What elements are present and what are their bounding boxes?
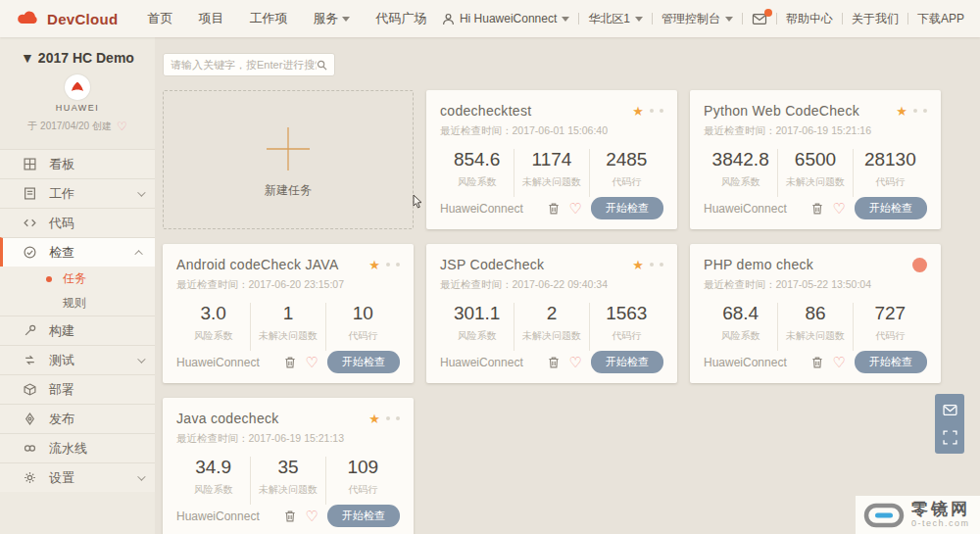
sidebar-item-deploy[interactable]: 部署 xyxy=(0,374,155,404)
favorite-heart-icon[interactable]: ♡ xyxy=(306,355,318,369)
search-icon[interactable] xyxy=(317,60,327,71)
dot-icon xyxy=(386,416,390,420)
sidebar-item-code[interactable]: 代码 xyxy=(0,208,155,237)
sidebar-item-build[interactable]: 构建 xyxy=(0,316,155,345)
task-title[interactable]: Android codeCheck JAVA xyxy=(176,257,339,272)
task-title[interactable]: PHP demo check xyxy=(704,257,813,272)
brand-name: DevCloud xyxy=(47,11,118,27)
search-input[interactable] xyxy=(171,59,317,71)
project-selector[interactable]: ▼ 2017 HC Demo xyxy=(14,49,141,67)
favorite-heart-icon[interactable]: ♡ xyxy=(117,120,127,133)
sidebar-item-check[interactable]: 检查 xyxy=(0,237,155,267)
devcloud-logo[interactable]: DevCloud xyxy=(16,10,118,27)
sidebar-item-test[interactable]: 测试 xyxy=(0,345,155,374)
project-header: ▼ 2017 HC Demo HUAWEI 于 2017/04/20 创建 ♡ xyxy=(0,37,155,141)
divider xyxy=(842,13,843,24)
start-check-button[interactable]: 开始检查 xyxy=(591,197,663,219)
search-box xyxy=(163,53,335,76)
watermark: 零镜网 0-tech.com xyxy=(856,496,980,534)
favorite-heart-icon[interactable]: ♡ xyxy=(569,201,582,216)
sidebar-item-kanban[interactable]: 看板 xyxy=(0,149,155,178)
task-card[interactable]: PHP demo check 最近检查时间：2017-05-22 13:50:0… xyxy=(690,244,941,383)
release-icon xyxy=(24,413,36,425)
start-check-button[interactable]: 开始检查 xyxy=(591,351,663,373)
dot-icon xyxy=(650,109,654,113)
nav-code-plaza[interactable]: 代码广场 xyxy=(375,10,426,27)
project-name: 2017 HC Demo xyxy=(38,50,134,66)
sidebar-subitem-tasks[interactable]: 任务 xyxy=(0,267,155,291)
fullscreen-icon[interactable] xyxy=(943,430,957,445)
star-icon[interactable]: ★ xyxy=(368,259,380,271)
favorite-heart-icon[interactable]: ♡ xyxy=(569,355,582,369)
delete-icon[interactable] xyxy=(283,356,297,369)
delete-icon[interactable] xyxy=(283,510,297,523)
nav-projects[interactable]: 项目 xyxy=(198,10,223,27)
sidebar-item-settings[interactable]: 设置 xyxy=(0,462,155,492)
console-menu[interactable]: 管理控制台 xyxy=(662,11,733,27)
star-icon[interactable]: ★ xyxy=(632,105,644,118)
task-card[interactable]: Java codecheck ★ 最近检查时间：2017-06-19 15:21… xyxy=(163,398,414,534)
delete-icon[interactable] xyxy=(547,356,561,369)
work-icon xyxy=(24,187,36,200)
sidebar-item-pipeline[interactable]: 流水线 xyxy=(0,433,155,462)
floating-toolbar xyxy=(935,394,964,454)
task-card[interactable]: Android codeCheck JAVA ★ 最近检查时间：2017-06-… xyxy=(163,244,414,383)
sidebar-item-release[interactable]: 发布 xyxy=(0,404,155,433)
watermark-domain: 0-tech.com xyxy=(911,519,970,529)
start-check-button[interactable]: 开始检查 xyxy=(327,505,400,527)
gear-icon xyxy=(24,471,36,484)
nav-services[interactable]: 服务 xyxy=(313,10,350,27)
favorite-heart-icon[interactable]: ♡ xyxy=(833,355,846,369)
chevron-down-icon xyxy=(137,188,145,196)
favorite-heart-icon[interactable]: ♡ xyxy=(833,201,846,216)
nav-home[interactable]: 首页 xyxy=(147,10,172,27)
start-check-button[interactable]: 开始检查 xyxy=(855,197,927,219)
check-icon xyxy=(24,246,36,259)
task-owner: HuaweiConnect xyxy=(176,510,260,523)
delete-icon[interactable] xyxy=(810,356,824,369)
divider xyxy=(578,13,579,24)
help-link[interactable]: 帮助中心 xyxy=(786,11,833,27)
task-card[interactable]: Python Web CodeCheck ★ 最近检查时间：2017-06-19… xyxy=(690,90,941,229)
messages-button[interactable] xyxy=(752,13,767,25)
task-title[interactable]: Java codecheck xyxy=(176,411,279,426)
task-title[interactable]: JSP CodeCheck xyxy=(440,257,544,272)
feedback-mail-icon[interactable] xyxy=(943,403,957,417)
task-title[interactable]: Python Web CodeCheck xyxy=(704,103,859,119)
star-icon[interactable]: ★ xyxy=(896,105,907,118)
divider xyxy=(742,13,743,24)
watermark-name: 零镜网 xyxy=(911,501,970,519)
loc-value: 727 xyxy=(854,303,927,324)
task-title[interactable]: codechecktest xyxy=(440,103,531,119)
user-menu[interactable]: Hi HuaweiConnect xyxy=(442,12,569,25)
about-link[interactable]: 关于我们 xyxy=(852,11,899,27)
risk-value: 3842.8 xyxy=(704,149,777,170)
sidebar: ▼ 2017 HC Demo HUAWEI 于 2017/04/20 创建 ♡ … xyxy=(0,37,155,534)
star-icon[interactable]: ★ xyxy=(632,259,644,271)
star-icon[interactable]: ★ xyxy=(368,413,380,425)
nav-workitems[interactable]: 工作项 xyxy=(249,10,287,27)
favorite-heart-icon[interactable]: ♡ xyxy=(306,509,318,523)
last-check-time: 最近检查时间：2017-05-22 13:50:04 xyxy=(704,278,927,292)
task-stats: 3.0风险系数 1未解决问题数 10代码行 xyxy=(176,303,400,351)
sidebar-item-work[interactable]: 工作 xyxy=(0,178,155,208)
task-card[interactable]: JSP CodeCheck ★ 最近检查时间：2017-06-22 09:40:… xyxy=(426,244,677,383)
loc-value: 109 xyxy=(326,457,400,478)
test-icon xyxy=(24,354,36,366)
issues-value: 86 xyxy=(778,303,852,324)
cloud-icon xyxy=(16,10,41,27)
task-stats: 301.1风险系数 2未解决问题数 1563代码行 xyxy=(440,303,663,351)
download-app-link[interactable]: 下载APP xyxy=(917,11,964,27)
region-selector[interactable]: 华北区1 xyxy=(588,11,643,27)
chevron-down-icon xyxy=(635,17,643,22)
delete-icon[interactable] xyxy=(810,202,824,216)
sidebar-subitem-rules[interactable]: 规则 xyxy=(0,291,155,316)
top-bar: DevCloud 首页 项目 工作项 服务 代码广场 Hi HuaweiConn… xyxy=(0,0,980,37)
task-card[interactable]: codechecktest ★ 最近检查时间：2017-06-01 15:06:… xyxy=(426,90,677,229)
delete-icon[interactable] xyxy=(547,202,561,216)
start-check-button[interactable]: 开始检查 xyxy=(855,351,927,373)
last-check-time: 最近检查时间：2017-06-19 15:21:16 xyxy=(704,124,927,138)
new-task-button[interactable]: 新建任务 xyxy=(163,90,414,229)
header-right: Hi HuaweiConnect 华北区1 管理控制台 帮助中心 关于我们 下载… xyxy=(442,11,964,27)
start-check-button[interactable]: 开始检查 xyxy=(327,351,400,373)
